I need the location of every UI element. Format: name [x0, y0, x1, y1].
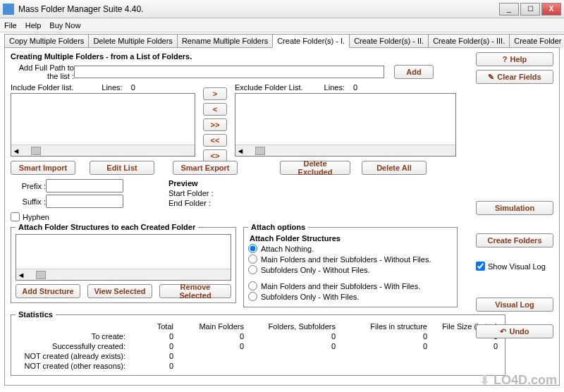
section-title: Creating Multiple Folders - from a List … — [11, 52, 553, 61]
move-all-left-button[interactable]: << — [203, 134, 227, 147]
app-icon — [3, 4, 14, 15]
watermark: ⬇ LO4D.com — [479, 372, 557, 388]
help-button-label: Help — [510, 55, 527, 63]
statistics-grid: Total Main Folders Folders, Subfolders F… — [16, 321, 501, 371]
opt-sub-without[interactable]: Subfolders Only - Without Files. — [248, 265, 453, 274]
smart-export-button[interactable]: Smart Export — [173, 161, 238, 175]
path-label: Add Full Path to the list : — [11, 63, 74, 80]
edit-list-button[interactable]: Edit List — [90, 161, 154, 175]
opt-sub-with[interactable]: Subfolders Only - With Files. — [248, 292, 453, 301]
create-folders-button[interactable]: Create Folders — [476, 233, 553, 247]
prefix-input[interactable] — [46, 179, 123, 192]
include-lines-label: Lines: — [102, 83, 122, 92]
attach-options-legend: Attach options — [248, 223, 308, 231]
view-selected-button[interactable]: View Selected — [87, 284, 152, 298]
show-visual-log-label: Show Visual Log — [488, 262, 546, 271]
move-left-button[interactable]: < — [203, 103, 227, 116]
exclude-list[interactable]: ◄ — [235, 93, 456, 157]
col-main: Main Folders — [176, 321, 247, 331]
clear-fields-button[interactable]: ✎Clear Fields — [476, 70, 553, 84]
attach-structures-group: Attach Folder Structures to each Created… — [11, 223, 236, 303]
row-toCreate-label: To create: — [16, 331, 128, 341]
undo-label: Undo — [509, 327, 529, 336]
move-all-right-button[interactable]: >> — [203, 118, 227, 131]
tab-delete[interactable]: Delete Multiple Folders — [88, 34, 178, 48]
col-total: Total — [128, 321, 176, 331]
menu-buy-now[interactable]: Buy Now — [49, 21, 80, 30]
opt-main-without[interactable]: Main Folders and their Subfolders - With… — [248, 255, 453, 264]
statistics-legend: Statistics — [16, 310, 56, 319]
help-icon: ? — [503, 55, 508, 63]
opt-main-with[interactable]: Main Folders and their Subfolders - With… — [248, 281, 453, 290]
exclude-label: Exclude Folder List. — [235, 83, 303, 92]
tab-create-4[interactable]: Create Folder -IV. — [509, 34, 564, 48]
minimize-button[interactable]: _ — [499, 3, 519, 16]
include-list[interactable]: ◄ — [11, 93, 195, 157]
col-foldsub: Folders, Subfolders — [247, 321, 338, 331]
exclude-lines-count: 0 — [353, 83, 357, 92]
exclude-lines-label: Lines: — [324, 83, 345, 92]
scrollbar[interactable]: ◄ — [11, 145, 195, 156]
smart-import-button[interactable]: Smart Import — [11, 161, 75, 175]
menu-file[interactable]: File — [4, 21, 17, 30]
row-other-label: NOT created (other reasons): — [16, 361, 128, 371]
undo-button[interactable]: ↶Undo — [476, 324, 553, 338]
preview-start: Start Folder : — [168, 189, 214, 197]
include-label: Include Folder list. — [11, 83, 73, 92]
brush-icon: ✎ — [488, 73, 494, 82]
attach-structures-legend: Attach Folder Structures to each Created… — [16, 223, 198, 231]
structures-list[interactable]: ◄ — [16, 234, 231, 281]
preview-label: Preview — [168, 179, 214, 188]
client-area: Copy Multiple Folders Delete Multiple Fo… — [0, 32, 564, 392]
attach-options-group: Attach options Attach Folder Structures … — [243, 223, 458, 307]
move-buttons: > < >> << <> — [203, 87, 227, 162]
suffix-label: Suffix : — [11, 197, 46, 206]
titlebar: Mass Folder Manager Suite 4.40. _ ☐ X — [0, 0, 564, 18]
right-column: ?Help ✎Clear Fields Simulation Create Fo… — [476, 52, 553, 338]
clear-fields-label: Clear Fields — [497, 73, 541, 81]
delete-all-button[interactable]: Delete All — [362, 161, 427, 175]
row-exists-label: NOT created (already exists): — [16, 351, 128, 361]
scrollbar[interactable]: ◄ — [235, 145, 455, 156]
row-success-label: Successfully created: — [16, 341, 128, 351]
add-structure-button[interactable]: Add Structure — [16, 284, 80, 298]
preview-end: End Folder : — [168, 199, 214, 207]
tab-create-2[interactable]: Create Folder(s) - II. — [349, 34, 429, 48]
opt-nothing[interactable]: Attach Nothing. — [248, 244, 453, 253]
menubar: File Help Buy Now — [0, 18, 564, 32]
tab-bar: Copy Multiple Folders Delete Multiple Fo… — [4, 34, 560, 48]
path-input[interactable] — [74, 66, 384, 78]
hyphen-label: Hyphen — [23, 213, 49, 221]
add-button[interactable]: Add — [394, 65, 434, 79]
suffix-input[interactable] — [46, 195, 123, 208]
prefix-label: Prefix : — [11, 182, 46, 190]
statistics-group: Statistics Total Main Folders Folders, S… — [11, 310, 505, 376]
include-lines-count: 0 — [131, 83, 135, 92]
tab-copy[interactable]: Copy Multiple Folders — [4, 34, 89, 48]
maximize-button[interactable]: ☐ — [520, 3, 540, 16]
tab-page: ?Help ✎Clear Fields Simulation Create Fo… — [4, 47, 560, 386]
delete-excluded-button[interactable]: Delete Excluded — [280, 161, 350, 175]
tab-rename[interactable]: Rename Multiple Folders — [177, 34, 273, 48]
visual-log-button[interactable]: Visual Log — [476, 298, 553, 312]
hyphen-checkbox[interactable]: Hyphen — [11, 212, 152, 221]
help-button[interactable]: ?Help — [476, 52, 553, 66]
close-button[interactable]: X — [541, 3, 561, 16]
menu-help[interactable]: Help — [25, 21, 42, 30]
simulation-button[interactable]: Simulation — [476, 201, 553, 215]
remove-selected-button[interactable]: Remove Selected — [159, 284, 231, 298]
move-right-button[interactable]: > — [203, 87, 227, 100]
col-files: Files in structure — [338, 321, 430, 331]
undo-icon: ↶ — [500, 327, 506, 336]
scrollbar[interactable]: ◄ — [16, 269, 231, 280]
attach-options-subtitle: Attach Folder Structures — [250, 234, 453, 243]
window-title: Mass Folder Manager Suite 4.40. — [18, 4, 498, 14]
show-visual-log-checkbox[interactable]: Show Visual Log — [476, 262, 553, 271]
tab-create-3[interactable]: Create Folder(s) - III. — [428, 34, 510, 48]
tab-create-1[interactable]: Create Folder(s) - I. — [272, 34, 350, 48]
